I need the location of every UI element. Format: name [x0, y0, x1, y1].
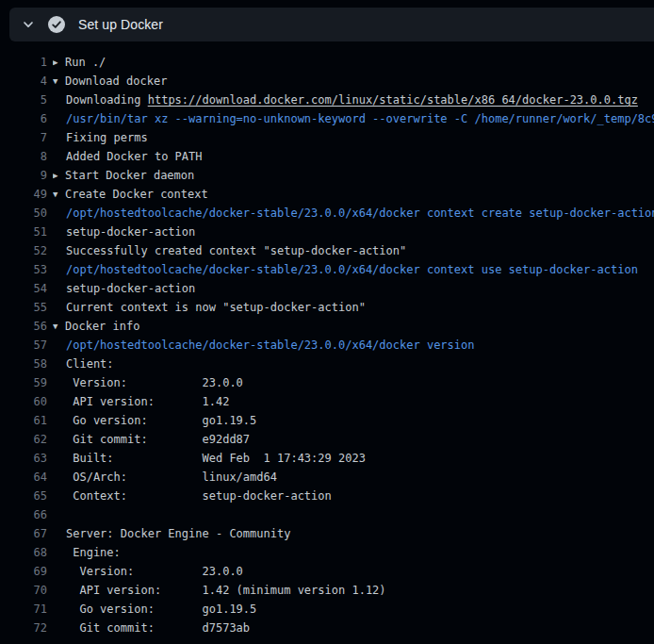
- log-line: 54setup-docker-action: [0, 279, 654, 298]
- log-line: 8Added Docker to PATH: [0, 147, 654, 166]
- log-line: 65 Context: setup-docker-action: [0, 487, 654, 505]
- line-number[interactable]: 54: [0, 279, 47, 298]
- line-number[interactable]: 52: [0, 241, 47, 260]
- line-number[interactable]: 66: [0, 505, 47, 524]
- log-text: Client:: [53, 355, 654, 373]
- line-number[interactable]: 60: [0, 392, 47, 411]
- log-group-toggle[interactable]: ▼Create Docker context: [53, 185, 654, 204]
- line-number[interactable]: 5: [0, 91, 47, 109]
- triangle-down-icon[interactable]: ▼: [53, 185, 65, 204]
- log-line: 64 OS/Arch: linux/amd64: [0, 468, 654, 487]
- log-group-toggle[interactable]: ▼Docker info: [53, 317, 654, 336]
- line-number[interactable]: 68: [0, 543, 47, 562]
- log-command-text: /opt/hostedtoolcache/docker-stable/23.0.…: [53, 260, 654, 279]
- log-line: 49▼Create Docker context: [0, 185, 654, 204]
- log-text: Context: setup-docker-action: [53, 487, 654, 505]
- log-line: 61 Go version: go1.19.5: [0, 411, 654, 430]
- log-text: Downloading https://download.docker.com/…: [53, 91, 654, 109]
- line-number[interactable]: 59: [0, 373, 47, 392]
- triangle-right-icon[interactable]: ▶: [53, 53, 65, 72]
- line-number[interactable]: 62: [0, 430, 47, 449]
- line-number[interactable]: 49: [0, 185, 47, 204]
- log-line: 62 Git commit: e92dd87: [0, 430, 654, 449]
- line-number[interactable]: 55: [0, 298, 47, 317]
- check-circle-icon: [48, 16, 65, 33]
- log-text: OS/Arch: linux/amd64: [53, 468, 654, 487]
- line-number[interactable]: 50: [0, 204, 47, 223]
- line-number[interactable]: 1: [0, 53, 47, 72]
- log-group-toggle[interactable]: ▶Run ./: [53, 53, 654, 72]
- log-text: setup-docker-action: [53, 279, 654, 298]
- line-number[interactable]: 61: [0, 411, 47, 430]
- line-number[interactable]: 69: [0, 562, 47, 581]
- line-number[interactable]: 51: [0, 223, 47, 241]
- log-link[interactable]: https://download.docker.com/linux/static…: [148, 93, 638, 107]
- log-text: Version: 23.0.0: [53, 373, 654, 392]
- log-line: 69 Version: 23.0.0: [0, 562, 654, 581]
- log-command-text: /opt/hostedtoolcache/docker-stable/23.0.…: [53, 336, 654, 355]
- log-line: 1▶Run ./: [0, 53, 654, 72]
- log-line: 53/opt/hostedtoolcache/docker-stable/23.…: [0, 260, 654, 279]
- log-text: API version: 1.42: [53, 392, 654, 411]
- log-line: 58Client:: [0, 355, 654, 373]
- line-number[interactable]: 9: [0, 166, 47, 185]
- line-number[interactable]: 53: [0, 260, 47, 279]
- line-number[interactable]: 63: [0, 449, 47, 468]
- log-line: 50/opt/hostedtoolcache/docker-stable/23.…: [0, 204, 654, 223]
- log-line: 51setup-docker-action: [0, 223, 654, 241]
- line-number[interactable]: 4: [0, 72, 47, 91]
- triangle-down-icon[interactable]: ▼: [53, 72, 65, 91]
- line-number[interactable]: 67: [0, 524, 47, 543]
- log-text: Git commit: e92dd87: [53, 430, 654, 449]
- log-text: Fixing perms: [53, 128, 654, 147]
- line-number[interactable]: 57: [0, 336, 47, 355]
- step-header[interactable]: Set up Docker: [9, 8, 654, 41]
- log-line: 7Fixing perms: [0, 128, 654, 147]
- log-line: 52Successfully created context "setup-do…: [0, 241, 654, 260]
- line-number[interactable]: 70: [0, 581, 47, 600]
- line-number[interactable]: 58: [0, 355, 47, 373]
- log-line: 67Server: Docker Engine - Community: [0, 524, 654, 543]
- triangle-down-icon[interactable]: ▼: [53, 317, 65, 336]
- log-command-text: /usr/bin/tar xz --warning=no-unknown-key…: [53, 109, 654, 128]
- log-text: Server: Docker Engine - Community: [53, 524, 654, 543]
- log-line: 5Downloading https://download.docker.com…: [0, 91, 654, 109]
- line-number[interactable]: 7: [0, 128, 47, 147]
- log-line: 66: [0, 505, 654, 524]
- chevron-down-icon[interactable]: [22, 18, 35, 31]
- log-group-toggle[interactable]: ▼Download docker: [53, 72, 654, 91]
- log-text: Git commit: d7573ab: [53, 619, 654, 637]
- log-text: API version: 1.42 (minimum version 1.12): [53, 581, 654, 600]
- line-number[interactable]: 71: [0, 600, 47, 619]
- log-line: 63 Built: Wed Feb 1 17:43:29 2023: [0, 449, 654, 468]
- log-command-text: /opt/hostedtoolcache/docker-stable/23.0.…: [53, 204, 654, 223]
- line-number[interactable]: 6: [0, 109, 47, 128]
- log-text: Engine:: [53, 543, 654, 562]
- log-line: 70 API version: 1.42 (minimum version 1.…: [0, 581, 654, 600]
- log-line: 9▶Start Docker daemon: [0, 166, 654, 185]
- step-title: Set up Docker: [78, 17, 163, 32]
- line-number[interactable]: 56: [0, 317, 47, 336]
- log-text: Go version: go1.19.5: [53, 600, 654, 619]
- line-number[interactable]: 65: [0, 487, 47, 505]
- log-line: 59 Version: 23.0.0: [0, 373, 654, 392]
- log-line: 4▼Download docker: [0, 72, 654, 91]
- actions-log-panel: Set up Docker 1▶Run ./4▼Download docker5…: [0, 0, 654, 644]
- log-line: 56▼Docker info: [0, 317, 654, 336]
- line-number[interactable]: 72: [0, 619, 47, 637]
- log-line: 71 Go version: go1.19.5: [0, 600, 654, 619]
- triangle-right-icon[interactable]: ▶: [53, 166, 65, 185]
- log-text: Current context is now "setup-docker-act…: [53, 298, 654, 317]
- line-number[interactable]: 8: [0, 147, 47, 166]
- log-line: 68 Engine:: [0, 543, 654, 562]
- log-line: 72 Git commit: d7573ab: [0, 619, 654, 637]
- log-text: Go version: go1.19.5: [53, 411, 654, 430]
- line-number[interactable]: 64: [0, 468, 47, 487]
- log-lines: 1▶Run ./4▼Download docker5Downloading ht…: [0, 41, 654, 644]
- log-text: Version: 23.0.0: [53, 562, 654, 581]
- log-line: 55Current context is now "setup-docker-a…: [0, 298, 654, 317]
- log-group-toggle[interactable]: ▶Start Docker daemon: [53, 166, 654, 185]
- log-text: Successfully created context "setup-dock…: [53, 241, 654, 260]
- log-line: 60 API version: 1.42: [0, 392, 654, 411]
- log-text: setup-docker-action: [53, 223, 654, 241]
